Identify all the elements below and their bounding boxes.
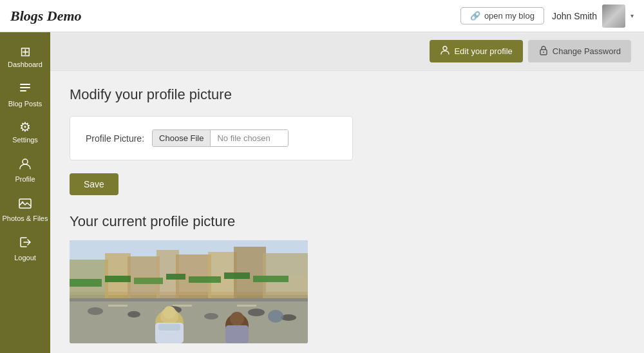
- change-password-button[interactable]: Change Password: [528, 40, 631, 62]
- sidebar-item-label: Settings: [12, 136, 38, 144]
- header-right: 🔗 open my blog John Smith ▾: [460, 5, 634, 28]
- sidebar-item-label: Logout: [14, 254, 36, 262]
- user-menu[interactable]: John Smith ▾: [552, 5, 634, 28]
- save-button[interactable]: Save: [70, 173, 118, 195]
- main-content: Edit your profile Change Password Modify…: [50, 32, 644, 353]
- svg-point-8: [543, 52, 544, 53]
- svg-rect-21: [134, 278, 163, 284]
- profile-icon: [18, 157, 32, 173]
- svg-point-35: [248, 309, 265, 316]
- external-link-icon: 🔗: [470, 11, 480, 21]
- sidebar-item-label: Photos & Files: [3, 215, 48, 222]
- svg-point-32: [128, 311, 140, 318]
- current-profile-picture: [70, 240, 308, 343]
- chevron-down-icon: ▾: [630, 12, 634, 19]
- svg-rect-28: [108, 305, 128, 307]
- svg-rect-44: [158, 324, 180, 330]
- open-blog-button[interactable]: 🔗 open my blog: [460, 7, 544, 24]
- profile-picture-label: Profile Picture:: [86, 133, 144, 144]
- sidebar-item-label: Dashboard: [8, 61, 43, 68]
- svg-point-5: [22, 202, 24, 204]
- svg-point-31: [88, 307, 103, 315]
- svg-rect-19: [70, 279, 102, 287]
- choose-file-button[interactable]: Choose File: [153, 130, 211, 146]
- svg-point-39: [163, 306, 176, 319]
- action-bar: Edit your profile Change Password: [50, 32, 644, 71]
- svg-point-6: [443, 46, 447, 50]
- svg-point-3: [23, 159, 28, 164]
- sidebar-item-label: Profile: [15, 175, 35, 183]
- modify-title: Modify your profile picture: [70, 86, 625, 103]
- sidebar-item-blog-posts[interactable]: Blog Posts: [0, 75, 50, 114]
- svg-rect-25: [253, 276, 289, 282]
- settings-icon: ⚙: [19, 120, 31, 133]
- current-picture-title: Your current profile picture: [70, 213, 625, 230]
- svg-rect-24: [224, 272, 250, 279]
- svg-rect-13: [128, 256, 160, 298]
- svg-rect-23: [189, 276, 221, 283]
- sidebar-item-profile[interactable]: Profile: [0, 150, 50, 189]
- blog-posts-icon: [18, 81, 32, 97]
- sidebar-item-label: Blog Posts: [8, 100, 43, 108]
- svg-rect-30: [237, 305, 256, 307]
- sidebar: ⊞ Dashboard Blog Posts ⚙ Settings: [0, 32, 50, 353]
- dashboard-icon: ⊞: [20, 45, 31, 58]
- lock-icon: [538, 45, 549, 57]
- file-input-row: Profile Picture: Choose File No file cho…: [86, 129, 337, 147]
- file-input-wrapper: Choose File No file chosen: [152, 129, 289, 147]
- svg-rect-20: [105, 276, 131, 282]
- file-name-display: No file chosen: [211, 130, 288, 146]
- header: Blogs Demo 🔗 open my blog John Smith ▾: [0, 0, 644, 32]
- svg-point-34: [204, 313, 218, 320]
- svg-rect-43: [225, 325, 249, 343]
- avatar: [602, 5, 625, 28]
- logo: Blogs Demo: [10, 8, 82, 24]
- svg-point-45: [268, 310, 283, 323]
- svg-rect-22: [166, 274, 185, 280]
- edit-profile-button[interactable]: Edit your profile: [430, 40, 522, 62]
- sidebar-item-settings[interactable]: ⚙ Settings: [0, 114, 50, 150]
- content: Modify your profile picture Profile Pict…: [50, 71, 644, 353]
- svg-rect-0: [20, 84, 30, 85]
- profile-picture-card: Profile Picture: Choose File No file cho…: [70, 116, 353, 160]
- svg-rect-1: [20, 87, 30, 88]
- username: John Smith: [552, 11, 597, 21]
- svg-point-41: [230, 312, 244, 326]
- svg-rect-2: [20, 90, 26, 91]
- sidebar-item-logout[interactable]: Logout: [0, 229, 50, 268]
- sidebar-item-photos-files[interactable]: Photos & Files: [0, 189, 50, 229]
- layout: ⊞ Dashboard Blog Posts ⚙ Settings: [0, 32, 644, 353]
- svg-rect-27: [70, 298, 308, 301]
- sidebar-item-dashboard[interactable]: ⊞ Dashboard: [0, 39, 50, 75]
- photos-files-icon: [18, 196, 32, 212]
- logout-icon: [18, 235, 32, 251]
- person-icon: [440, 45, 450, 57]
